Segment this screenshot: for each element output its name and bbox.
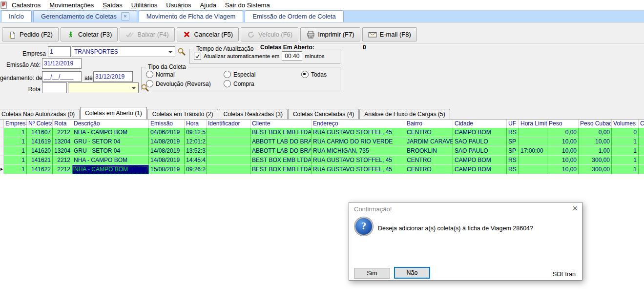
toolbar-button-pedido-f2[interactable]: Pedido (F2) [2, 27, 59, 41]
cell[interactable]: JARDIM CARAVELA [405, 137, 453, 146]
cell[interactable]: NHA - CAMPO BOM [72, 165, 149, 174]
menu-item-usu-rios[interactable]: Usuários [162, 0, 195, 10]
table-row[interactable]: 11416072212NHA - CAMPO BOM04/06/201909:1… [0, 128, 644, 137]
toolbar-button-imprimir-f7[interactable]: Imprimir (F7) [300, 27, 360, 41]
radio-todas[interactable]: Todas [301, 71, 327, 78]
column-header-empresa[interactable]: Empresa [4, 120, 27, 128]
grid-tab-coletas-em-tr-nsito-2[interactable]: Coletas em Trânsito (2) [147, 109, 218, 119]
cell[interactable]: 1 [4, 128, 27, 137]
cell[interactable]: BEST BOX EMB LTDA [250, 128, 312, 137]
cell[interactable]: RUA GUSTAVO STOFFEL, 45 [312, 156, 405, 165]
radio-normal[interactable]: Normal [146, 71, 175, 78]
cell[interactable]: BEST BOX EMB LTDA [250, 165, 312, 174]
cell[interactable]: 1 [4, 156, 27, 165]
cell[interactable]: 10,00 [547, 156, 579, 165]
cell[interactable]: RUA GUSTAVO STOFFEL, 45 [312, 165, 405, 174]
cell[interactable]: 2212 [53, 165, 72, 174]
window-tab-emiss-o-de-ordem-de-coleta[interactable]: Emissão de Ordem de Coleta [245, 10, 344, 22]
rota-code-input[interactable] [42, 82, 67, 93]
radio-compra[interactable]: Compra [224, 80, 254, 87]
grid-tab-coletas-n-o-autorizadas-0[interactable]: Coletas Não Autorizadas (0) [0, 109, 80, 119]
row-selector[interactable] [0, 156, 4, 165]
cell[interactable]: 10,00 [579, 137, 612, 146]
toolbar-button-e-mail-f8[interactable]: E-mail (F8) [362, 27, 417, 41]
cell[interactable]: CAMPO BOM [453, 165, 507, 174]
cell[interactable] [207, 165, 250, 174]
cell[interactable]: RS [507, 156, 519, 165]
grid-tab-coletas-em-aberto-1[interactable]: Coletas em Aberto (1) [80, 107, 147, 119]
cell[interactable]: 141620 [27, 146, 53, 156]
cell[interactable]: GRU - SETOR 04 [72, 146, 149, 156]
cell[interactable]: 14/08/2019 [149, 137, 185, 146]
cell[interactable]: 0,00 [547, 128, 579, 137]
cell[interactable]: BROOKLIN [405, 146, 453, 156]
table-row[interactable]: 114161913204GRU - SETOR 0414/08/201912:0… [0, 137, 644, 146]
column-header-rota[interactable]: Rota [53, 120, 72, 128]
cell[interactable]: 1 [4, 137, 27, 146]
cell[interactable]: SP [507, 146, 519, 156]
cell[interactable]: 10,00 [547, 137, 579, 146]
column-header-c[interactable]: C [639, 120, 644, 128]
cell[interactable]: 0 [612, 128, 639, 137]
menu-item-cadastros[interactable]: Cadastros [7, 0, 45, 10]
cell[interactable]: ABBOTT LAB DO BRASI [250, 137, 312, 146]
cell[interactable]: 2212 [53, 128, 72, 137]
cell[interactable]: 12:01:22 [185, 137, 207, 146]
cell[interactable]: 1 [612, 137, 639, 146]
cell[interactable]: SP [507, 137, 519, 146]
column-header-hora[interactable]: Hora [185, 120, 207, 128]
cell[interactable]: 1 [612, 146, 639, 156]
radio-especial[interactable]: Especial [224, 71, 255, 78]
cell[interactable]: 141622 [27, 165, 53, 174]
column-header-bairro[interactable]: Bairro [405, 120, 453, 128]
dialog-close-icon[interactable]: × [572, 203, 578, 213]
grid-tab-an-lise-de-fluxo-de-cargas-5[interactable]: Análise de Fluxo de Cargas (5) [359, 109, 450, 119]
column-header-uf[interactable]: UF [507, 120, 519, 128]
cell[interactable]: RUA GUSTAVO STOFFEL, 45 [312, 128, 405, 137]
menu-item-ajuda[interactable]: Ajuda [196, 0, 221, 10]
column-header-volumes[interactable]: Volumes [612, 120, 639, 128]
column-header-hora-limite[interactable]: Hora Limite [519, 120, 547, 128]
cell[interactable]: RS [507, 165, 519, 174]
cell[interactable]: RUA CARMO DO RIO VERDE [312, 137, 405, 146]
window-tab-in-cio[interactable]: Início [1, 10, 32, 22]
cell[interactable]: 09:12:52 [185, 128, 207, 137]
cell[interactable]: CENTRO [405, 165, 453, 174]
cell[interactable]: RS [507, 128, 519, 137]
cell[interactable]: 1,00 [579, 146, 612, 156]
cell[interactable] [639, 137, 644, 146]
radio-devolu-o-reversa[interactable]: Devolução (Reversa) [146, 80, 211, 87]
column-header-peso[interactable]: Peso [547, 120, 579, 128]
cell[interactable]: 17:00:00 [519, 146, 547, 156]
cell[interactable] [519, 165, 547, 174]
interval-input[interactable]: 00:40 [282, 51, 302, 61]
empresa-search-icon[interactable] [177, 47, 186, 56]
checkbox-checked-icon[interactable] [194, 53, 201, 60]
nao-button[interactable]: Não [394, 267, 430, 279]
cell[interactable] [639, 156, 644, 165]
toolbar-button-coletar-f3[interactable]: Coletar (F3) [61, 27, 118, 41]
menu-item-utilit-rios[interactable]: Utilitários [127, 0, 162, 10]
cell[interactable]: 13:52:37 [185, 146, 207, 156]
cell[interactable]: 0,00 [579, 128, 612, 137]
cell[interactable]: CENTRO [405, 156, 453, 165]
cell[interactable]: 14/08/2019 [149, 156, 185, 165]
cell[interactable]: 15/08/2019 [149, 165, 185, 174]
cell[interactable]: 1 [612, 156, 639, 165]
cell[interactable]: CAMPO BOM [453, 128, 507, 137]
cell[interactable]: 14:45:42 [185, 156, 207, 165]
cell[interactable]: CENTRO [405, 128, 453, 137]
toolbar-button-cancelar-f5[interactable]: Cancelar (F5) [177, 27, 239, 41]
agendamento-de-input[interactable] [42, 71, 82, 82]
cell[interactable]: RUA MICHIGAN, 735 [312, 146, 405, 156]
cell[interactable]: 13204 [53, 137, 72, 146]
column-header-peso-cubado[interactable]: Peso Cubado [579, 120, 612, 128]
grid-tab-coletas-realizadas-3[interactable]: Coletas Realizadas (3) [219, 109, 288, 119]
cell[interactable] [639, 165, 644, 174]
cell[interactable]: 141607 [27, 128, 53, 137]
cell[interactable] [207, 156, 250, 165]
cell[interactable]: 2212 [53, 156, 72, 165]
cell[interactable]: GRU - SETOR 04 [72, 137, 149, 146]
column-header-cliente[interactable]: Cliente [250, 120, 312, 128]
cell[interactable] [519, 137, 547, 146]
